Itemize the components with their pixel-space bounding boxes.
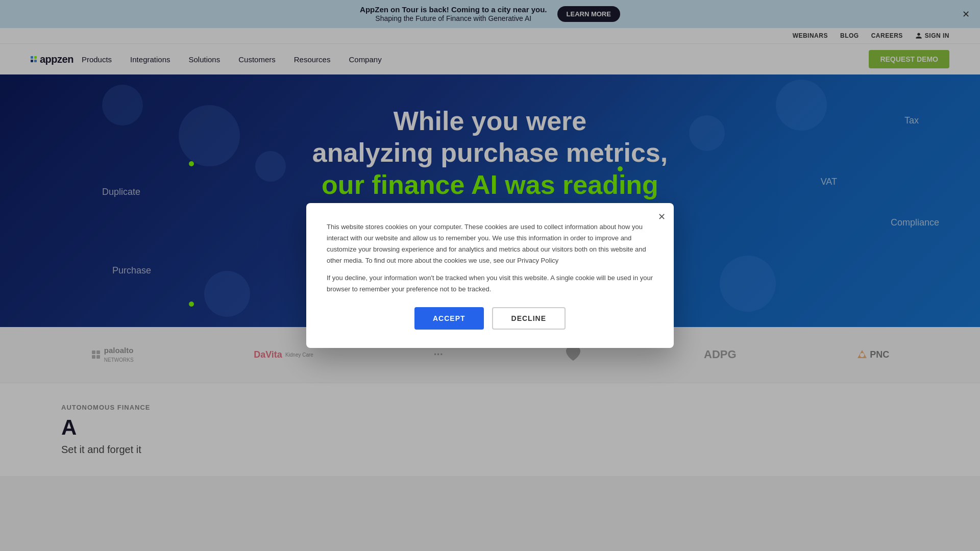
cookie-close-button[interactable]: ✕	[658, 211, 666, 222]
accept-button[interactable]: ACCEPT	[414, 307, 484, 330]
cookie-text-2: If you decline, your information won't b…	[327, 272, 653, 295]
cookie-buttons: ACCEPT DECLINE	[327, 307, 653, 330]
decline-button[interactable]: DECLINE	[492, 307, 566, 330]
cookie-text-1: This website stores cookies on your comp…	[327, 221, 653, 266]
cookie-overlay: ✕ This website stores cookies on your co…	[0, 0, 980, 551]
cookie-banner: ✕ This website stores cookies on your co…	[306, 203, 674, 348]
